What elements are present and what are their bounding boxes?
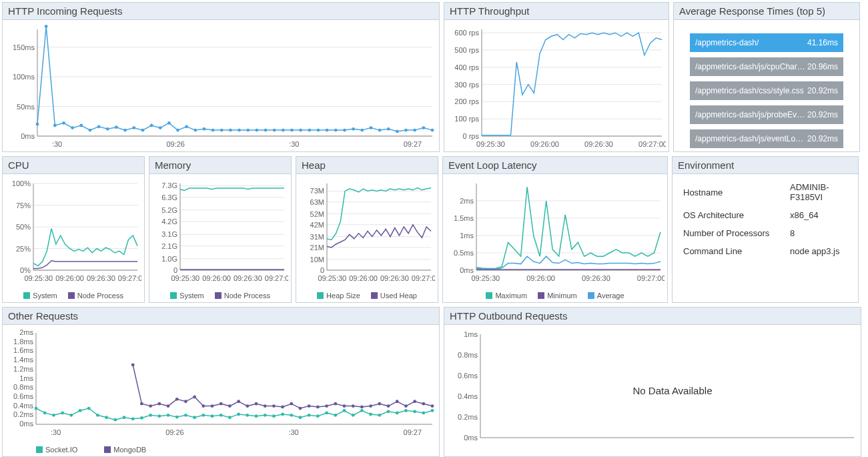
env-value: 8 xyxy=(783,224,854,242)
http-incoming-panel: HTTP Incoming Requests 0ms50ms100ms150ms… xyxy=(2,2,440,152)
legend-label: Node Process xyxy=(77,292,123,300)
svg-point-217 xyxy=(422,411,425,414)
svg-text:09:26:00: 09:26:00 xyxy=(55,274,84,282)
svg-text:10M: 10M xyxy=(310,256,324,264)
svg-point-41 xyxy=(273,129,276,132)
svg-text:52M: 52M xyxy=(310,210,324,218)
legend-label: Used Heap xyxy=(380,292,417,300)
svg-text:09:26: 09:26 xyxy=(165,428,184,436)
svg-point-21 xyxy=(97,125,101,128)
legend-item: Node Process xyxy=(68,292,123,300)
other-requests-chart: 0ms0.2ms0.4ms0.6ms0.8ms1ms1.2ms1.4ms1.6m… xyxy=(7,329,436,439)
svg-text:100ms: 100ms xyxy=(13,73,35,81)
legend-swatch xyxy=(36,446,43,453)
svg-text:600 rps: 600 rps xyxy=(454,29,479,37)
svg-text:09:25:30: 09:25:30 xyxy=(24,274,53,282)
panel-title: Heap xyxy=(296,157,438,174)
env-row: Number of Processors8 xyxy=(677,224,854,242)
svg-text:42M: 42M xyxy=(310,221,324,229)
svg-text:09:27:00: 09:27:00 xyxy=(118,274,141,282)
env-value: ADMINIB-F3185VI xyxy=(783,178,854,206)
svg-text:09:26:00: 09:26:00 xyxy=(530,140,559,148)
svg-point-222 xyxy=(157,402,161,406)
env-label: OS Architecture xyxy=(677,206,783,224)
svg-text:09:26:30: 09:26:30 xyxy=(234,274,262,282)
svg-text:73M: 73M xyxy=(310,187,324,195)
env-label: Number of Processors xyxy=(677,224,783,242)
svg-point-18 xyxy=(71,126,74,129)
svg-point-202 xyxy=(290,414,293,417)
svg-point-240 xyxy=(316,406,320,409)
legend-label: Heap Size xyxy=(326,292,360,300)
other-requests-panel: Other Requests 0ms0.2ms0.4ms0.6ms0.8ms1m… xyxy=(2,307,440,457)
legend-item: Maximum xyxy=(486,292,527,300)
svg-point-42 xyxy=(282,129,285,132)
legend-item: System xyxy=(170,292,204,300)
svg-point-193 xyxy=(211,414,214,418)
eventloop-legend: MaximumMinimumAverage xyxy=(443,290,667,302)
response-path: /appmetrics-dash/css/style.css xyxy=(695,86,804,95)
legend-swatch xyxy=(486,292,492,299)
svg-point-215 xyxy=(404,409,408,412)
svg-text:09:26:30: 09:26:30 xyxy=(584,140,613,148)
svg-point-220 xyxy=(140,402,143,406)
svg-text:1ms: 1ms xyxy=(19,374,33,382)
svg-point-20 xyxy=(89,129,92,132)
svg-point-38 xyxy=(246,129,250,132)
env-label: Hostname xyxy=(677,178,783,206)
legend-swatch xyxy=(170,292,177,299)
svg-point-236 xyxy=(281,406,284,409)
svg-text:2ms: 2ms xyxy=(19,329,33,336)
svg-point-235 xyxy=(272,404,276,408)
svg-text:150ms: 150ms xyxy=(13,43,35,51)
svg-text:75%: 75% xyxy=(16,201,31,209)
http-throughput-chart: 0 rps100 rps200 rps300 rps400 rps500 rps… xyxy=(448,24,666,151)
panel-title: Event Loop Latency xyxy=(443,157,667,174)
http-incoming-chart: 0ms50ms100ms150ms:3009:26:3009:27 xyxy=(7,24,436,151)
svg-point-244 xyxy=(352,404,355,408)
svg-point-181 xyxy=(105,416,108,419)
response-row[interactable]: /appmetrics-dash/css/style.css20.92ms xyxy=(690,81,843,100)
response-row[interactable]: /appmetrics-dash/js/cpuChart.js20.96ms xyxy=(690,57,843,76)
svg-text:0%: 0% xyxy=(20,266,31,274)
env-value: x86_64 xyxy=(783,206,854,224)
svg-point-238 xyxy=(299,407,302,410)
svg-text:400 rps: 400 rps xyxy=(454,63,479,71)
legend-label: MongoDB xyxy=(113,446,146,454)
svg-text:09:25:30: 09:25:30 xyxy=(476,140,505,148)
response-row[interactable]: /appmetrics-dash/js/eventLoopChart.js20.… xyxy=(690,129,843,148)
svg-point-189 xyxy=(175,416,179,419)
svg-point-237 xyxy=(290,402,293,406)
svg-point-51 xyxy=(360,129,364,132)
svg-text:100 rps: 100 rps xyxy=(454,115,479,123)
response-row[interactable]: /appmetrics-dash/41.16ms xyxy=(690,33,843,52)
svg-text:63M: 63M xyxy=(310,198,324,206)
svg-text:0.4ms: 0.4ms xyxy=(458,392,478,400)
svg-text:1.5ms: 1.5ms xyxy=(454,214,474,222)
svg-point-174 xyxy=(43,411,47,414)
svg-point-248 xyxy=(387,404,390,408)
svg-text:0.6ms: 0.6ms xyxy=(13,392,33,400)
heap-legend: Heap SizeUsed Heap xyxy=(296,290,438,302)
svg-point-34 xyxy=(211,129,215,132)
svg-text:0.8ms: 0.8ms xyxy=(13,383,33,391)
svg-point-245 xyxy=(360,406,364,409)
response-row[interactable]: /appmetrics-dash/js/probeEventsChart.js2… xyxy=(690,105,843,124)
svg-text:0: 0 xyxy=(173,266,177,274)
svg-point-224 xyxy=(175,398,179,401)
svg-point-205 xyxy=(316,414,320,418)
svg-text:1.4ms: 1.4ms xyxy=(13,356,33,364)
svg-text:6.3G: 6.3G xyxy=(161,193,177,201)
svg-point-184 xyxy=(131,417,135,420)
eventloop-chart: 0ms0.5ms1ms1.5ms2ms09:25:3009:26:0009:26… xyxy=(447,178,665,285)
svg-text:2.1G: 2.1G xyxy=(161,242,177,250)
legend-swatch xyxy=(588,292,594,299)
svg-point-196 xyxy=(237,413,240,416)
response-path: /appmetrics-dash/ xyxy=(695,38,759,47)
svg-point-30 xyxy=(176,129,179,132)
svg-text:1ms: 1ms xyxy=(464,330,478,338)
svg-text::30: :30 xyxy=(288,428,298,436)
svg-point-186 xyxy=(149,414,152,417)
svg-point-214 xyxy=(396,411,399,414)
svg-point-45 xyxy=(308,129,311,132)
